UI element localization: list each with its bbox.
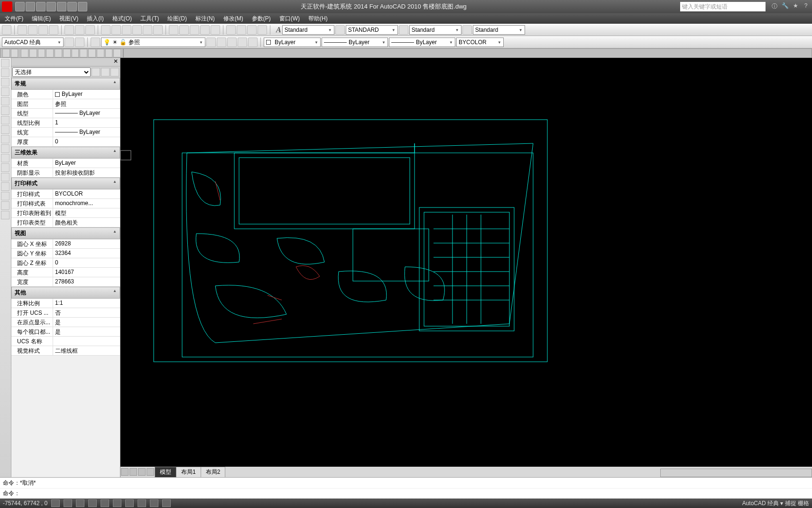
property-value[interactable]: 二维线框 (53, 346, 120, 355)
property-value[interactable]: BYCOLOR (53, 189, 120, 198)
tool-icon[interactable] (18, 25, 27, 35)
menu-parametric[interactable]: 参数(P) (252, 15, 271, 23)
tool-icon[interactable] (111, 25, 121, 35)
point-icon[interactable] (1, 135, 9, 143)
block-icon[interactable] (1, 144, 9, 153)
property-row[interactable]: 圆心 Z 坐标0 (11, 258, 120, 268)
help-icon[interactable]: ? (802, 2, 810, 11)
layer-dropdown[interactable]: 💡 ☀ 🔓 参照 (101, 38, 205, 47)
tab-nav-last-icon[interactable] (147, 468, 154, 476)
property-row[interactable]: 线型比例1 (11, 118, 120, 128)
drawing-canvas[interactable]: 模型 布局1 布局2 (120, 58, 812, 477)
tool-icon[interactable] (85, 25, 95, 35)
tool-icon[interactable] (46, 49, 54, 57)
linetype-dropdown[interactable]: ———— ByLayer (322, 38, 388, 47)
app-logo-icon[interactable] (2, 1, 12, 12)
mleaderstyle-icon[interactable] (462, 25, 472, 35)
property-value[interactable]: 1 (53, 118, 120, 127)
section-header[interactable]: 常规 (11, 78, 120, 90)
tool-icon[interactable] (190, 25, 199, 35)
leader-icon[interactable] (1, 201, 9, 210)
tool-icon[interactable] (63, 49, 71, 57)
menu-format[interactable]: 格式(O) (112, 15, 132, 23)
property-row[interactable]: 打印样式表monochrome... (11, 199, 120, 208)
selectobj-icon[interactable] (101, 68, 110, 76)
property-row[interactable]: 打印表附着到模型 (11, 208, 120, 218)
menu-draw[interactable]: 绘图(D) (167, 15, 187, 23)
ortho-icon[interactable] (76, 499, 84, 507)
close-icon[interactable]: ✕ (113, 58, 118, 66)
tablestyle-icon[interactable] (399, 25, 408, 35)
print-icon[interactable] (67, 2, 77, 11)
property-row[interactable]: 线宽———— ByLayer (11, 128, 120, 137)
layer-icon[interactable] (217, 38, 226, 47)
command-line[interactable]: 命令：*取消* 命令： (0, 477, 812, 499)
property-row[interactable]: 视觉样式二维线框 (11, 346, 120, 356)
menu-dimension[interactable]: 标注(N) (195, 15, 215, 23)
a-icon[interactable] (1, 211, 9, 219)
property-value[interactable]: ByLayer (53, 159, 120, 168)
tool-icon[interactable] (2, 49, 10, 57)
property-row[interactable]: 圆心 Y 坐标32364 (11, 249, 120, 258)
tool-icon[interactable] (21, 49, 28, 57)
tab-nav-first-icon[interactable] (121, 468, 129, 476)
tool-icon[interactable] (179, 25, 189, 35)
property-value[interactable]: 278663 (53, 277, 120, 286)
property-row[interactable]: 打印样式BYCOLOR (11, 189, 120, 199)
horizontal-scrollbar[interactable] (660, 469, 812, 477)
star-icon[interactable]: ★ (791, 2, 800, 11)
gear-icon[interactable] (65, 38, 74, 47)
tab-layout1[interactable]: 布局1 (176, 467, 201, 478)
menu-insert[interactable]: 插入(I) (87, 15, 103, 23)
osnap-icon[interactable] (101, 499, 109, 507)
line-icon[interactable] (1, 59, 9, 67)
menu-tools[interactable]: 工具(T) (140, 15, 159, 23)
section-header[interactable]: 三维效果 (11, 147, 120, 159)
property-row[interactable]: 宽度278663 (11, 277, 120, 287)
menu-view[interactable]: 视图(V) (59, 15, 78, 23)
property-value[interactable]: 26928 (53, 239, 120, 248)
otrack-icon[interactable] (113, 499, 121, 507)
property-row[interactable]: 图层参照 (11, 99, 120, 109)
property-value[interactable]: 是 (53, 327, 120, 336)
property-row[interactable]: UCS 名称 (11, 337, 120, 346)
redo-icon[interactable] (57, 2, 66, 11)
property-value[interactable]: 是 (53, 318, 120, 327)
property-value[interactable]: 投射和接收阴影 (53, 168, 120, 177)
layer-icon[interactable] (248, 38, 258, 47)
tool-icon[interactable] (80, 49, 87, 57)
tool-icon[interactable] (143, 25, 152, 35)
tab-model[interactable]: 模型 (155, 467, 176, 478)
property-value[interactable]: 模型 (53, 208, 120, 217)
polar-icon[interactable] (88, 499, 97, 507)
property-value[interactable]: 140167 (53, 268, 120, 277)
arc-icon[interactable] (1, 87, 9, 96)
lineweight-dropdown[interactable]: ———— ByLayer (389, 38, 455, 47)
polyline-icon[interactable] (1, 68, 9, 77)
property-value[interactable]: 32364 (53, 249, 120, 258)
grid-icon[interactable] (64, 499, 72, 507)
property-value[interactable]: 1:1 (53, 299, 120, 308)
layer-icon[interactable] (227, 38, 237, 47)
info-icon[interactable]: ⓘ (770, 2, 779, 11)
tool-icon[interactable] (65, 25, 74, 35)
tool-icon[interactable] (72, 49, 79, 57)
command-input[interactable]: 命令： (0, 488, 812, 499)
property-row[interactable]: 阴影显示投射和接收阴影 (11, 168, 120, 178)
save-icon[interactable] (36, 2, 46, 11)
tool-icon[interactable] (132, 25, 142, 35)
property-value[interactable]: monochrome... (53, 199, 120, 208)
menu-help[interactable]: 帮助(H) (308, 15, 328, 23)
tool-icon[interactable] (113, 49, 121, 57)
property-value[interactable]: 0 (53, 137, 120, 146)
property-row[interactable]: 每个视口都...是 (11, 327, 120, 337)
mtext-icon[interactable] (1, 182, 9, 191)
color-dropdown[interactable]: ByLayer (264, 38, 321, 47)
property-row[interactable]: 线型———— ByLayer (11, 109, 120, 118)
menu-edit[interactable]: 编辑(E) (32, 15, 51, 23)
table-icon[interactable] (1, 154, 9, 162)
dimstyle-dropdown[interactable]: STANDARD (346, 25, 398, 35)
ducs-icon[interactable] (125, 499, 134, 507)
tool-icon[interactable] (122, 25, 131, 35)
tool-icon[interactable] (75, 25, 84, 35)
